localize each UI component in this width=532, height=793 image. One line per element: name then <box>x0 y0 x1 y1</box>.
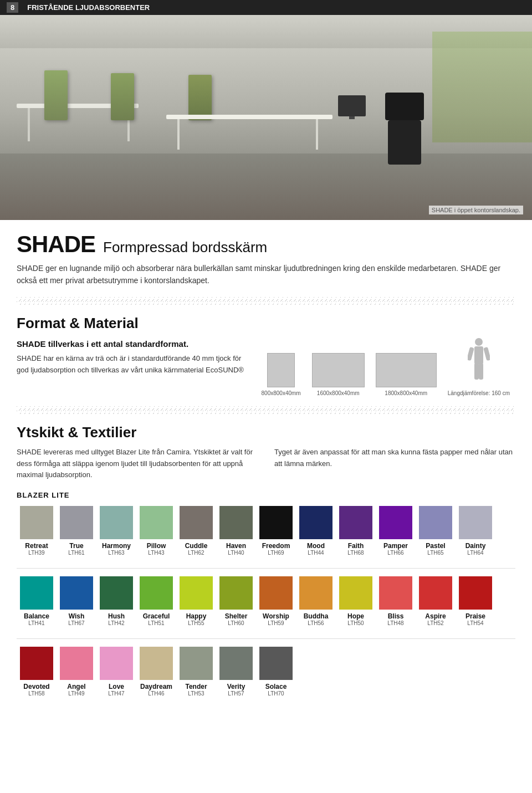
swatch-name: Praise <box>466 612 485 620</box>
swatch-color <box>180 647 213 680</box>
swatch-name: Faith <box>348 542 364 550</box>
swatches-row-1: RetreatLTH39TrueLTH61HarmonyLTH63PillowL… <box>17 506 515 562</box>
divider-2 <box>17 406 515 414</box>
format-title: Format & Material <box>17 315 515 332</box>
swatch-code: LTH46 <box>148 690 164 697</box>
swatch-name: Love <box>109 683 124 690</box>
swatch-item: BlissLTH48 <box>376 576 416 626</box>
swatch-name: Graceful <box>143 612 170 620</box>
blazer-lite-heading: BLAZER LITE <box>17 491 515 499</box>
row-divider-1 <box>17 568 515 569</box>
ytskikt-col-2: Tyget är även anpassat för att man ska k… <box>274 447 515 481</box>
swatch-color <box>20 576 53 610</box>
size-medium-label: 1600x800x40mm <box>317 390 360 396</box>
format-text: SHADE tillverkas i ett antal standardfor… <box>17 337 250 376</box>
swatch-item: PraiseLTH54 <box>456 576 495 626</box>
swatch-code: LTH49 <box>68 690 84 697</box>
swatch-item: GracefulLTH51 <box>136 576 176 626</box>
swatch-code: LTH51 <box>148 620 164 626</box>
swatch-color <box>299 506 332 539</box>
human-size-reference: Längdjämförelse: 160 cm <box>448 337 510 396</box>
swatch-item: ShelterLTH60 <box>216 576 256 626</box>
swatch-code: LTH67 <box>68 620 84 626</box>
swatch-name: Pamper <box>383 542 408 550</box>
divider-1 <box>17 297 515 305</box>
swatch-code: LTH66 <box>387 550 403 556</box>
row-divider-2 <box>17 638 515 639</box>
swatch-name: Wish <box>69 612 85 620</box>
svg-rect-2 <box>468 347 474 361</box>
svg-rect-3 <box>483 347 490 361</box>
swatch-item: WishLTH67 <box>57 576 96 626</box>
swatch-code: LTH58 <box>28 690 44 697</box>
ytskikt-col-1: SHADE levereras med ulltyget Blazer Lite… <box>17 447 258 481</box>
swatch-code: LTH68 <box>347 550 364 556</box>
ytskikt-layout: SHADE levereras med ulltyget Blazer Lite… <box>17 447 515 481</box>
swatch-code: LTH47 <box>108 690 124 697</box>
swatch-item: DaintyLTH64 <box>456 506 495 556</box>
swatches-row-2: BalanceLTH41WishLTH67HushLTH42GracefulLT… <box>17 576 515 633</box>
swatch-item: TrueLTH61 <box>57 506 96 556</box>
format-body: SHADE har en kärna av trä och är i stand… <box>17 353 250 376</box>
size-large: 1800x800x40mm <box>376 353 437 396</box>
swatch-color <box>20 506 53 539</box>
swatch-item: PillowLTH43 <box>136 506 176 556</box>
swatch-item: FreedomLTH69 <box>256 506 296 556</box>
hero-caption: SHADE i öppet kontorslandskap. <box>429 206 523 214</box>
swatch-item: PamperLTH66 <box>376 506 416 556</box>
swatch-code: LTH59 <box>268 620 284 626</box>
swatch-code: LTH48 <box>387 620 403 626</box>
svg-rect-1 <box>474 346 483 364</box>
swatch-code: LTH56 <box>308 620 324 626</box>
swatch-item: DaydreamLTH46 <box>136 647 176 697</box>
swatch-name: True <box>69 542 83 550</box>
size-small: 800x800x40mm <box>262 353 301 396</box>
svg-rect-4 <box>474 363 479 380</box>
swatch-color <box>60 647 93 680</box>
ytskikt-text-2: Tyget är även anpassat för att man ska k… <box>274 447 515 470</box>
shade-subtitle: Formpressad bordsskärm <box>103 239 267 256</box>
swatch-name: Aspire <box>425 612 446 620</box>
swatch-code: LTH57 <box>228 690 244 697</box>
swatch-name: Dainty <box>466 542 486 550</box>
swatch-color <box>339 576 372 610</box>
swatch-name: Pillow <box>147 542 166 550</box>
size-small-label: 800x800x40mm <box>262 390 301 396</box>
swatch-name: Devoted <box>23 683 49 690</box>
swatch-color <box>379 576 412 610</box>
swatch-name: Hope <box>347 612 364 620</box>
human-silhouette-icon <box>468 337 490 387</box>
swatch-name: Buddha <box>304 612 329 620</box>
swatch-color <box>299 576 332 610</box>
swatch-name: Bliss <box>388 612 404 620</box>
swatch-item: VerityLTH57 <box>216 647 256 697</box>
size-medium: 1600x800x40mm <box>312 353 365 396</box>
swatch-item: RetreatLTH39 <box>17 506 57 556</box>
swatch-code: LTH42 <box>108 620 124 626</box>
shade-heading: SHADE Formpressad bordsskärm <box>17 231 515 258</box>
swatch-item: HushLTH42 <box>96 576 136 626</box>
human-size-label: Längdjämförelse: 160 cm <box>448 390 510 396</box>
shade-description: SHADE ger en lugnande miljö och absorber… <box>17 262 515 287</box>
swatch-name: Cuddle <box>185 542 208 550</box>
swatch-code: LTH43 <box>148 550 164 556</box>
swatch-color <box>100 576 133 610</box>
section-title: FRISTÅENDE LJUDABSORBENTER <box>27 3 150 12</box>
format-subtitle: SHADE tillverkas i ett antal standardfor… <box>17 337 250 351</box>
size-large-label: 1800x800x40mm <box>385 390 427 396</box>
page-bar: 8 FRISTÅENDE LJUDABSORBENTER <box>0 0 532 15</box>
swatch-color <box>339 506 372 539</box>
swatch-color <box>140 506 173 539</box>
swatch-item: LoveLTH47 <box>96 647 136 697</box>
swatch-name: Daydream <box>140 683 172 690</box>
swatch-item: HappyLTH55 <box>176 576 216 626</box>
swatch-color <box>100 506 133 539</box>
swatch-item: PastelLTH65 <box>416 506 456 556</box>
page-number: 8 <box>7 2 18 13</box>
swatch-name: Balance <box>24 612 49 620</box>
swatch-name: Verity <box>227 683 245 690</box>
swatch-name: Tender <box>185 683 207 690</box>
swatch-color <box>459 506 492 539</box>
swatch-name: Harmony <box>102 542 131 550</box>
svg-point-0 <box>475 338 483 346</box>
